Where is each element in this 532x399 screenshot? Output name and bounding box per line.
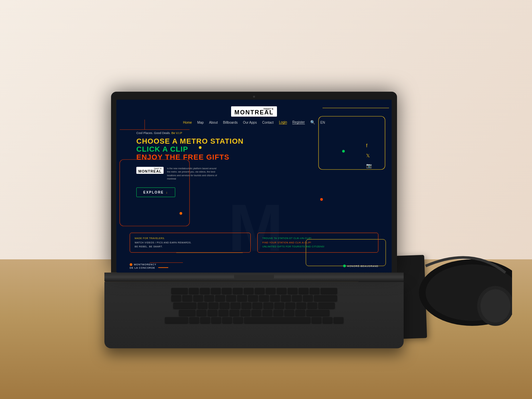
- instagram-icon[interactable]: 📷: [366, 163, 372, 168]
- headline-3: ENJOY THE FREE GIFTS: [136, 153, 372, 161]
- key-f6: [244, 288, 254, 294]
- nav-our-apps[interactable]: Our Apps: [243, 120, 257, 124]
- key-row-3: [114, 303, 394, 309]
- nav-about[interactable]: About: [209, 120, 218, 124]
- svg-point-3: [480, 289, 510, 323]
- explore-arrow-icon: ↓: [166, 190, 168, 194]
- navigation: THAT'S MONTREAL Home Map About Billboard…: [116, 100, 392, 125]
- key-f10: [288, 288, 298, 294]
- key-row-5: [114, 317, 394, 323]
- laptop-camera: [253, 96, 255, 98]
- laptop-keyboard: [104, 282, 404, 348]
- key-f3: [211, 288, 221, 294]
- social-icons: f 𝕏 📷: [366, 143, 372, 168]
- nav-login[interactable]: Login: [279, 120, 287, 124]
- brand-description: is the new mediatouristic platform based…: [167, 167, 220, 181]
- headline-1: CHOOSE A METRO STATION: [136, 137, 372, 145]
- laptop-screen-housing: THAT'S MONTREAL Home Map About Billboard…: [111, 92, 397, 273]
- key-f11: [299, 288, 309, 294]
- nav-links: Home Map About Billboards Our Apps Conta…: [183, 120, 325, 125]
- laptop-screen: THAT'S MONTREAL Home Map About Billboard…: [116, 100, 392, 273]
- card-en-text: MADE FOR TRAVELERS. WATCH VIDEOS / PICS …: [135, 236, 246, 249]
- left-content: Cool Places. Good Deals. Be V.I.P CHOOSE…: [136, 131, 372, 197]
- language-selector[interactable]: EN: [321, 120, 325, 124]
- card-en-line3: BE REBEL. BE SMART.: [135, 245, 163, 248]
- key-row-1: [114, 288, 394, 294]
- card-fr-line1: TROUVE TA STATION ET CLIK-UN-CLIP!: [262, 237, 312, 239]
- key-f5: [233, 288, 243, 294]
- key-row-4: [114, 310, 394, 316]
- search-icon[interactable]: 🔍: [310, 120, 315, 125]
- scene: THAT'S MONTREAL Home Map About Billboard…: [0, 0, 532, 399]
- key-f12: [310, 288, 320, 294]
- station-la-concorde[interactable]: DE LA CONCORDE: [130, 266, 168, 269]
- key-row-2: [114, 295, 394, 301]
- brand-row: THAT'S MONTREAL is the new mediatouristi…: [136, 167, 372, 181]
- nav-billboards[interactable]: Billboards: [223, 120, 238, 124]
- logo-area: THAT'S MONTREAL: [231, 106, 277, 117]
- website: THAT'S MONTREAL Home Map About Billboard…: [116, 100, 392, 273]
- key-esc: [171, 288, 188, 294]
- mini-logo-montreal: MONTREAL: [138, 169, 162, 173]
- key-f2: [200, 288, 210, 294]
- laptop: THAT'S MONTREAL Home Map About Billboard…: [104, 92, 404, 348]
- deco-dot-orange: [180, 212, 182, 215]
- nav-contact[interactable]: Contact: [262, 120, 273, 124]
- key-f4: [222, 288, 232, 294]
- mini-logo: THAT'S MONTREAL: [136, 167, 164, 174]
- station-dot-green: [343, 265, 346, 267]
- key-del: [321, 288, 337, 294]
- logo-montreal: MONTREAL: [234, 109, 274, 115]
- station-montmorency[interactable]: MONTMORENCY: [130, 263, 168, 266]
- explore-label: EXPLORE: [143, 190, 164, 194]
- explore-button[interactable]: EXPLORE ↓: [136, 187, 175, 197]
- nav-map[interactable]: Map: [197, 120, 203, 124]
- laptop-hinge: [104, 273, 404, 282]
- card-french: TROUVE TA STATION ET CLIK-UN-CLIP! FIND …: [257, 233, 378, 253]
- tagline: Cool Places. Good Deals. Be V.I.P: [136, 131, 372, 135]
- station-la-concorde-label: DE LA CONCORDE: [130, 266, 155, 269]
- card-english: MADE FOR TRAVELERS. WATCH VIDEOS / PICS …: [130, 233, 251, 253]
- key-f7: [255, 288, 265, 294]
- keyboard-rows: [114, 288, 394, 323]
- station-montmorency-label: MONTMORENCY: [134, 263, 156, 266]
- card-en-line2: WATCH VIDEOS / PICS AND EARN REWARDS.: [135, 241, 192, 244]
- card-fr-line2: FIND YOUR STATION AND CLIK-A-CLIP!: [262, 241, 311, 244]
- metro-stations-bar: MONTMORENCY DE LA CONCORDE HONORÉ-BEAUGR…: [116, 259, 392, 273]
- key-f9: [277, 288, 287, 294]
- nav-register[interactable]: Register: [292, 120, 305, 124]
- key-f8: [266, 288, 276, 294]
- station-dot-orange: [130, 263, 132, 266]
- card-fr-line3: UNLIMITED GIFTS FOR TOURISTS AND CITIZEN…: [262, 245, 325, 248]
- twitter-icon[interactable]: 𝕏: [366, 153, 372, 158]
- card-fr-text: TROUVE TA STATION ET CLIK-UN-CLIP! FIND …: [262, 236, 373, 249]
- key-f1: [189, 288, 199, 294]
- headline-2: CLICK A CLIP: [136, 145, 372, 153]
- facebook-icon[interactable]: f: [366, 143, 372, 148]
- bottom-cards: MADE FOR TRAVELERS. WATCH VIDEOS / PICS …: [130, 233, 378, 253]
- logo-box: THAT'S MONTREAL: [231, 106, 277, 117]
- nav-home[interactable]: Home: [183, 120, 192, 124]
- tagline-vip: Be V.I.P: [172, 131, 182, 135]
- main-content: Cool Places. Good Deals. Be V.I.P CHOOSE…: [116, 125, 392, 204]
- card-en-line1: MADE FOR TRAVELERS.: [135, 237, 165, 239]
